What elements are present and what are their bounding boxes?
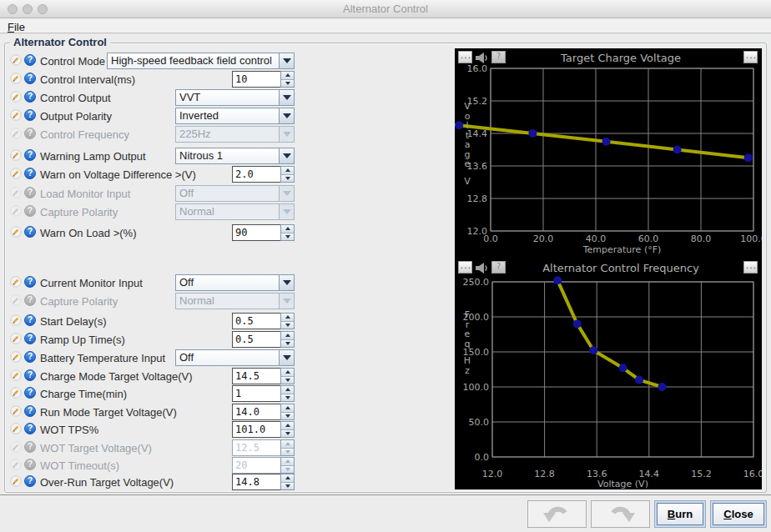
spinner-down-button[interactable] bbox=[281, 394, 294, 402]
spinner-up-button[interactable] bbox=[281, 369, 294, 376]
edit-pencil-icon[interactable] bbox=[10, 205, 22, 217]
spinner-up-button[interactable] bbox=[281, 332, 294, 339]
help-icon[interactable]: ? bbox=[24, 276, 36, 288]
dropdown-enabled[interactable]: High-speed feedback field control bbox=[107, 53, 295, 69]
chart-help-button[interactable]: ? bbox=[491, 261, 506, 274]
spinner-enabled[interactable]: 90 bbox=[232, 224, 295, 241]
help-icon[interactable]: ? bbox=[24, 333, 36, 344]
spinner-value[interactable]: 0.5 bbox=[232, 313, 280, 329]
edit-pencil-icon[interactable] bbox=[10, 405, 22, 417]
redo-button[interactable] bbox=[591, 500, 650, 528]
spinner-value[interactable]: 2.0 bbox=[232, 166, 280, 183]
spinner-down-button[interactable] bbox=[281, 376, 294, 384]
curve-point[interactable] bbox=[573, 319, 582, 328]
help-icon[interactable]: ? bbox=[24, 226, 36, 238]
curve-point[interactable] bbox=[744, 153, 753, 162]
edit-pencil-icon[interactable] bbox=[10, 168, 22, 179]
chart-help-button[interactable]: ? bbox=[491, 51, 506, 63]
edit-pencil-icon[interactable] bbox=[10, 333, 22, 344]
help-icon[interactable]: ? bbox=[24, 205, 36, 217]
edit-pencil-icon[interactable] bbox=[10, 314, 22, 326]
help-icon[interactable]: ? bbox=[24, 91, 36, 103]
dropdown-enabled[interactable]: Off bbox=[175, 349, 295, 366]
spinner-down-button[interactable] bbox=[281, 412, 294, 420]
dropdown-arrow-button[interactable] bbox=[279, 90, 294, 105]
edit-pencil-icon[interactable] bbox=[10, 475, 22, 487]
curve-point[interactable] bbox=[528, 129, 537, 138]
spinner-down-button[interactable] bbox=[281, 233, 294, 241]
spinner-value[interactable]: 90 bbox=[232, 224, 280, 241]
help-icon[interactable]: ? bbox=[24, 387, 36, 399]
chart-menu-button[interactable]: ... bbox=[458, 51, 472, 63]
help-icon[interactable]: ? bbox=[24, 294, 36, 306]
edit-pencil-icon[interactable] bbox=[10, 351, 22, 363]
spinner-value[interactable]: 10 bbox=[232, 71, 280, 88]
edit-pencil-icon[interactable] bbox=[10, 423, 22, 434]
curve-point[interactable] bbox=[635, 376, 643, 384]
dropdown-enabled[interactable]: VVT bbox=[175, 89, 295, 106]
edit-pencil-icon[interactable] bbox=[10, 91, 22, 103]
edit-pencil-icon[interactable] bbox=[10, 109, 22, 121]
help-icon[interactable]: ? bbox=[24, 187, 36, 198]
spinner-up-button[interactable] bbox=[281, 167, 294, 174]
spinner-up-button[interactable] bbox=[281, 314, 294, 321]
chart-options-button[interactable]: ... bbox=[743, 261, 758, 274]
undo-button[interactable] bbox=[527, 500, 587, 528]
spinner-value[interactable]: 14.0 bbox=[232, 404, 280, 420]
spinner-value[interactable]: 0.5 bbox=[232, 331, 280, 348]
curve-point[interactable] bbox=[673, 146, 682, 154]
help-icon[interactable]: ? bbox=[24, 128, 36, 139]
edit-pencil-icon[interactable] bbox=[10, 276, 22, 288]
edit-pencil-icon[interactable] bbox=[10, 128, 22, 139]
dropdown-arrow-button[interactable] bbox=[279, 148, 294, 163]
edit-pencil-icon[interactable] bbox=[10, 441, 22, 453]
help-icon[interactable]: ? bbox=[24, 109, 36, 121]
dropdown-enabled[interactable]: Nitrous 1 bbox=[175, 148, 295, 164]
edit-pencil-icon[interactable] bbox=[10, 149, 22, 161]
help-icon[interactable]: ? bbox=[24, 475, 36, 487]
spinner-value[interactable]: 12.5 bbox=[232, 439, 280, 456]
spinner-down-button[interactable] bbox=[281, 79, 294, 88]
speaker-icon[interactable] bbox=[475, 262, 488, 273]
edit-pencil-icon[interactable] bbox=[10, 294, 22, 306]
chart-options-button[interactable]: ... bbox=[743, 51, 758, 63]
spinner-value[interactable]: 101.0 bbox=[232, 421, 280, 438]
help-icon[interactable]: ? bbox=[24, 351, 36, 363]
dropdown-arrow-button[interactable] bbox=[279, 53, 294, 68]
help-icon[interactable]: ? bbox=[24, 54, 36, 66]
help-icon[interactable]: ? bbox=[24, 369, 36, 381]
spinner-value[interactable]: 14.5 bbox=[232, 368, 280, 384]
edit-pencil-icon[interactable] bbox=[10, 369, 22, 381]
spinner-up-button[interactable] bbox=[281, 404, 294, 412]
edit-pencil-icon[interactable] bbox=[10, 226, 22, 238]
close-button[interactable]: Close bbox=[710, 500, 767, 528]
help-icon[interactable]: ? bbox=[24, 459, 36, 470]
spinner-down-button[interactable] bbox=[281, 339, 294, 348]
help-icon[interactable]: ? bbox=[24, 405, 36, 417]
spinner-enabled[interactable]: 10 bbox=[232, 71, 295, 88]
curve-point[interactable] bbox=[619, 364, 627, 372]
spinner-enabled[interactable]: 0.5 bbox=[232, 313, 295, 329]
menu-file[interactable]: File bbox=[0, 20, 33, 33]
help-icon[interactable]: ? bbox=[24, 441, 36, 453]
curve-point[interactable] bbox=[658, 383, 666, 391]
spinner-down-button[interactable] bbox=[281, 482, 294, 490]
burn-button[interactable]: Burn bbox=[654, 500, 706, 528]
dropdown-arrow-button[interactable] bbox=[279, 350, 294, 365]
spinner-up-button[interactable] bbox=[281, 72, 294, 79]
curve-point[interactable] bbox=[553, 276, 562, 284]
spinner-enabled[interactable]: 14.0 bbox=[232, 404, 295, 420]
dropdown-enabled[interactable]: Inverted bbox=[175, 108, 295, 124]
help-icon[interactable]: ? bbox=[24, 73, 36, 84]
spinner-down-button[interactable] bbox=[281, 174, 294, 183]
spinner-enabled[interactable]: 1 bbox=[232, 385, 295, 402]
spinner-enabled[interactable]: 14.5 bbox=[232, 368, 295, 384]
help-icon[interactable]: ? bbox=[24, 423, 36, 434]
spinner-up-button[interactable] bbox=[281, 422, 294, 429]
spinner-enabled[interactable]: 2.0 bbox=[232, 166, 295, 183]
edit-pencil-icon[interactable] bbox=[10, 73, 22, 84]
edit-pencil-icon[interactable] bbox=[10, 387, 22, 399]
spinner-enabled[interactable]: 14.8 bbox=[232, 474, 295, 490]
edit-pencil-icon[interactable] bbox=[10, 459, 22, 470]
curve-point[interactable] bbox=[589, 346, 597, 354]
